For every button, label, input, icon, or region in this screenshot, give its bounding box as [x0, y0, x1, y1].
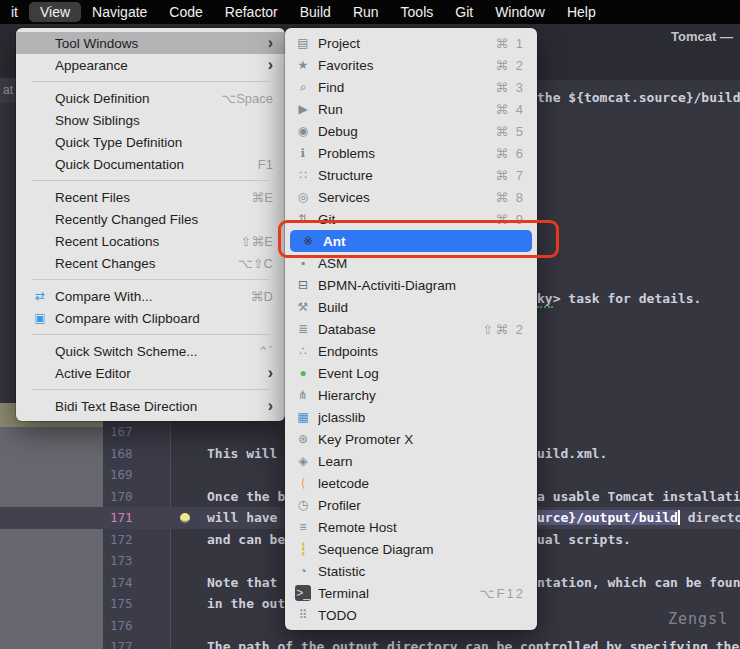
menu-item[interactable]: › — [16, 175, 285, 186]
menu-item[interactable]: ▣ Compare with Clipboard › — [16, 307, 285, 329]
intention-bulb-icon[interactable] — [180, 513, 190, 523]
submenu-item[interactable]: ▶ Run ⌘ 4 — [285, 98, 537, 120]
submenu-item-icon: ≣ — [295, 321, 311, 337]
line-number[interactable]: 170 — [110, 486, 133, 508]
submenu-item-icon: ◷ — [295, 497, 311, 513]
menu-item[interactable]: Appearance › — [16, 54, 285, 76]
menu-item-shortcut: ⌘E — [251, 190, 273, 205]
menubar-item[interactable]: Code — [158, 2, 213, 22]
submenu-item-icon: ● — [295, 365, 311, 381]
menu-item-shortcut: ⌃` — [258, 344, 273, 359]
menu-item[interactable]: ⇄ Compare With... ⌘D › — [16, 285, 285, 307]
line-number[interactable]: 175 — [110, 593, 133, 615]
tool-windows-submenu: ▤ Project ⌘ 1 ★ Favorites ⌘ 2 ⌕ Find ⌘ 3… — [285, 28, 537, 630]
code-fragment-right: ual scripts. — [537, 529, 740, 551]
submenu-item[interactable]: ∴ Endpoints — [285, 340, 537, 362]
code-fragment-left: This will — [200, 443, 285, 465]
menu-item[interactable]: Quick Documentation F1 › — [16, 153, 285, 175]
menu-item[interactable]: Bidi Text Base Direction › — [16, 395, 285, 417]
submenu-item-icon: ∷ — [295, 167, 311, 183]
menubar-item[interactable]: Window — [484, 2, 556, 22]
menubar-item[interactable]: Help — [556, 2, 607, 22]
submenu-item[interactable]: ⟨ leetcode — [285, 472, 537, 494]
code-text: ntation, which can be foun — [537, 575, 740, 590]
submenu-item-label: Build — [318, 300, 517, 315]
submenu-item-shortcut: ⌘ 4 — [495, 102, 525, 117]
submenu-item-shortcut: ⌘ 3 — [495, 80, 525, 95]
editor-tab[interactable]: at — [0, 78, 16, 103]
menu-item[interactable]: Active Editor › — [16, 362, 285, 384]
submenu-item[interactable]: ◈ Learn — [285, 450, 537, 472]
menubar-item[interactable]: Git — [444, 2, 484, 22]
menu-item[interactable]: Tool Windows › — [16, 32, 285, 54]
submenu-item[interactable]: ┇ Sequence Diagram — [285, 538, 537, 560]
menu-item[interactable]: Quick Switch Scheme... ⌃` › — [16, 340, 285, 362]
submenu-item[interactable]: ◔ Statistic — [285, 560, 537, 582]
code-text: a usable Tomcat installati — [537, 489, 740, 504]
line-number[interactable]: 171 — [110, 507, 133, 529]
menubar-item[interactable]: View — [29, 2, 81, 22]
code-fragment-left: in the out — [200, 593, 285, 615]
submenu-item-label: Hierarchy — [318, 388, 517, 403]
menu-item[interactable]: Recent Files ⌘E › — [16, 186, 285, 208]
menubar: it View Navigate Code Refactor Build Run… — [0, 0, 740, 24]
warning-squiggle-text: ky — [537, 291, 553, 308]
submenu-item-label: Problems — [318, 146, 487, 161]
menubar-item[interactable]: Build — [289, 2, 342, 22]
menu-item-label: Recent Files — [55, 190, 243, 205]
menu-item[interactable]: › — [16, 274, 285, 285]
submenu-item[interactable]: ◷ Profiler — [285, 494, 537, 516]
menu-item[interactable]: Recent Locations ⇧⌘E › — [16, 230, 285, 252]
line-number[interactable]: 172 — [110, 529, 133, 551]
submenu-item[interactable]: ⊛ Key Promoter X — [285, 428, 537, 450]
menu-item[interactable]: Quick Type Definition › — [16, 131, 285, 153]
menubar-item[interactable]: Tools — [390, 2, 445, 22]
menu-item[interactable]: Recently Changed Files › — [16, 208, 285, 230]
submenu-chevron-icon: › — [268, 35, 273, 51]
line-number[interactable]: 177 — [110, 636, 133, 649]
submenu-item[interactable]: ● Event Log — [285, 362, 537, 384]
menu-item[interactable]: › — [16, 76, 285, 87]
submenu-item[interactable]: ⋔ Hierarchy — [285, 384, 537, 406]
line-number[interactable]: 176 — [110, 615, 133, 637]
menubar-item[interactable]: it — [0, 2, 29, 22]
menu-item[interactable]: › — [16, 384, 285, 395]
submenu-item[interactable]: ▤ Project ⌘ 1 — [285, 32, 537, 54]
menubar-item[interactable]: Navigate — [81, 2, 158, 22]
code-fragment-left: Once the b — [200, 486, 285, 508]
menu-item[interactable]: Show Siblings › — [16, 109, 285, 131]
submenu-item-shortcut: ⌘ 6 — [495, 146, 525, 161]
submenu-item-icon: ⊟ — [295, 277, 311, 293]
menubar-item[interactable]: Run — [342, 2, 390, 22]
submenu-item[interactable]: ℹ Problems ⌘ 6 — [285, 142, 537, 164]
submenu-item[interactable]: ▦ jclasslib — [285, 406, 537, 428]
line-number[interactable]: 167 — [110, 421, 133, 443]
submenu-item[interactable]: ≣ Database ⇧⌘ 2 — [285, 318, 537, 340]
menu-item[interactable]: Recent Changes ⌥⇧C › — [16, 252, 285, 274]
submenu-item-label: leetcode — [318, 476, 517, 491]
line-number[interactable]: 173 — [110, 550, 133, 572]
submenu-item[interactable]: ⚒ Build — [285, 296, 537, 318]
submenu-item-icon: ◉ — [295, 123, 311, 139]
submenu-item-icon: ┇ — [295, 541, 311, 557]
menu-item[interactable]: › — [16, 329, 285, 340]
submenu-item[interactable]: ◉ Debug ⌘ 5 — [285, 120, 537, 142]
line-number[interactable]: 168 — [110, 443, 133, 465]
menubar-item[interactable]: Refactor — [214, 2, 289, 22]
submenu-item[interactable]: ∷ Structure ⌘ 7 — [285, 164, 537, 186]
submenu-item[interactable]: ◎ Services ⌘ 8 — [285, 186, 537, 208]
submenu-item[interactable]: ⊟ BPMN-Activiti-Diagram — [285, 274, 537, 296]
submenu-item-label: Structure — [318, 168, 487, 183]
submenu-item[interactable]: ⌕ Find ⌘ 3 — [285, 76, 537, 98]
menu-item[interactable]: Quick Definition ⌥Space › — [16, 87, 285, 109]
line-number[interactable]: 169 — [110, 464, 133, 486]
submenu-item-label: Endpoints — [318, 344, 517, 359]
submenu-item[interactable]: ≡ Remote Host — [285, 516, 537, 538]
menu-item-shortcut: F1 — [258, 157, 273, 172]
submenu-item[interactable]: ★ Favorites ⌘ 2 — [285, 54, 537, 76]
view-menu: Tool Windows › Appearance › › Quick Defi — [16, 28, 285, 421]
line-number[interactable]: 174 — [110, 572, 133, 594]
submenu-item[interactable]: >_ Terminal ⌥F12 — [285, 582, 537, 604]
submenu-item[interactable]: ⠿ TODO — [285, 604, 537, 626]
menu-item-label: Compare with Clipboard — [55, 311, 265, 326]
